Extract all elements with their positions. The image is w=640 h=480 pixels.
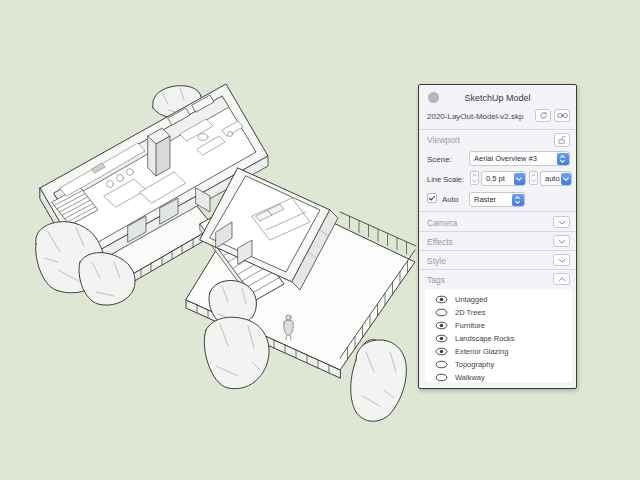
chevron-down-icon bbox=[514, 173, 525, 185]
divider bbox=[419, 250, 576, 251]
line-scale-mode-select[interactable]: auto bbox=[540, 171, 572, 186]
panel-title: SketchUp Model bbox=[419, 93, 576, 103]
link-button[interactable] bbox=[554, 109, 570, 122]
line-scale-select[interactable]: 0.5 pt bbox=[481, 171, 526, 186]
eye-icon[interactable] bbox=[435, 295, 448, 304]
cabinet-block bbox=[148, 128, 170, 176]
tag-label: Exterior Glazing bbox=[455, 347, 508, 356]
auto-checkbox[interactable] bbox=[427, 193, 437, 203]
divider bbox=[419, 231, 576, 232]
checkmark-icon bbox=[428, 194, 436, 202]
divider bbox=[419, 269, 576, 270]
lock-open-icon bbox=[557, 135, 567, 145]
tag-row-landscape-rocks[interactable]: Landscape Rocks bbox=[425, 332, 572, 345]
eye-icon[interactable] bbox=[435, 360, 448, 369]
tags-collapse-button[interactable] bbox=[553, 273, 570, 285]
model-filename: 2020-LayOut-Model-v2.skp bbox=[427, 112, 524, 121]
stepper-icon bbox=[530, 172, 537, 184]
tag-label: Topography bbox=[455, 360, 494, 369]
refresh-button[interactable] bbox=[535, 109, 551, 122]
stepper-icon bbox=[471, 172, 478, 184]
effects-expand-button[interactable] bbox=[553, 235, 570, 247]
section-label-style: Style bbox=[427, 256, 446, 266]
rock-right bbox=[351, 340, 407, 422]
tag-row-untagged[interactable]: Untagged bbox=[425, 293, 572, 306]
chevron-up-icon bbox=[557, 275, 567, 284]
divider bbox=[419, 211, 576, 212]
tags-list: Untagged 2D Trees Furniture Landscape Ro… bbox=[425, 289, 572, 382]
tag-label: 2D Trees bbox=[455, 308, 485, 317]
tag-label: Landscape Rocks bbox=[455, 334, 515, 343]
chevron-down-icon bbox=[561, 173, 571, 185]
eye-icon[interactable] bbox=[435, 334, 448, 343]
style-expand-button[interactable] bbox=[553, 254, 570, 266]
link-icon bbox=[557, 112, 568, 119]
chevron-down-icon bbox=[557, 218, 567, 227]
eye-icon[interactable] bbox=[435, 373, 448, 382]
divider bbox=[419, 129, 576, 130]
camera-expand-button[interactable] bbox=[553, 216, 570, 228]
tag-row-walkway[interactable]: Walkway bbox=[425, 371, 572, 384]
render-mode-select[interactable]: Raster bbox=[469, 192, 525, 207]
eye-icon[interactable] bbox=[435, 347, 448, 356]
tag-label: Walkway bbox=[455, 373, 485, 382]
tag-row-furniture[interactable]: Furniture bbox=[425, 319, 572, 332]
section-label-tags: Tags bbox=[427, 275, 445, 285]
line-scale-stepper[interactable] bbox=[470, 171, 479, 185]
tag-row-exterior-glazing[interactable]: Exterior Glazing bbox=[425, 345, 572, 358]
sketchup-model-panel: SketchUp Model 2020-LayOut-Model-v2.skp … bbox=[418, 84, 577, 389]
section-label-camera: Camera bbox=[427, 218, 457, 228]
rock-center-bottom bbox=[204, 317, 269, 388]
line-scale-value: 0.5 pt bbox=[482, 174, 513, 183]
auto-checkbox-label: Auto bbox=[442, 195, 458, 204]
tag-label: Untagged bbox=[455, 295, 488, 304]
scene-value: Aerial Overview #3 bbox=[470, 154, 556, 163]
tag-row-topography[interactable]: Topography bbox=[425, 358, 572, 371]
line-scale-mode-value: auto bbox=[541, 174, 560, 183]
chevron-down-icon bbox=[557, 237, 567, 246]
render-mode-value: Raster bbox=[470, 195, 511, 204]
tag-label: Furniture bbox=[455, 321, 485, 330]
refresh-icon bbox=[539, 111, 548, 120]
viewport-section-label: Viewport bbox=[427, 135, 460, 145]
popup-caret-icon bbox=[557, 153, 569, 165]
eye-icon[interactable] bbox=[435, 321, 448, 330]
chevron-down-icon bbox=[557, 256, 567, 265]
scene-select[interactable]: Aerial Overview #3 bbox=[469, 151, 570, 166]
lock-button[interactable] bbox=[554, 133, 570, 147]
popup-caret-icon bbox=[512, 194, 524, 206]
section-label-effects: Effects bbox=[427, 237, 453, 247]
eye-icon[interactable] bbox=[435, 308, 448, 317]
line-scale-mode-stepper[interactable] bbox=[529, 171, 538, 185]
scene-label: Scene: bbox=[427, 155, 452, 164]
tag-row-2d-trees[interactable]: 2D Trees bbox=[425, 306, 572, 319]
line-scale-label: Line Scale: bbox=[427, 175, 464, 184]
